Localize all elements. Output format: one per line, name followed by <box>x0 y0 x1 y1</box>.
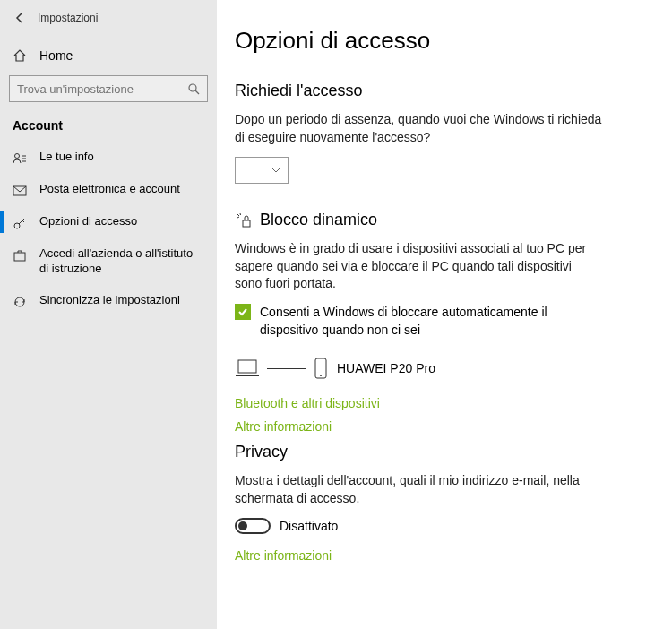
dynamic-lock-checkbox-row: Consenti a Windows di bloccare automatic… <box>235 304 645 339</box>
dynamic-lock-title: Blocco dinamico <box>235 211 645 229</box>
device-name: HUAWEI P20 Pro <box>337 361 435 375</box>
dynamic-lock-checkbox-label: Consenti a Windows di bloccare automatic… <box>260 304 591 339</box>
sidebar: Impostazioni Home Account Le tue info Po… <box>0 0 217 629</box>
nav-label: Posta elettronica e account <box>39 182 180 197</box>
search-icon <box>187 82 200 95</box>
briefcase-icon <box>13 248 27 263</box>
svg-rect-5 <box>243 220 250 227</box>
topbar: Impostazioni <box>0 0 217 30</box>
user-icon <box>13 151 27 166</box>
require-signin-title: Richiedi l'accesso <box>235 82 645 100</box>
chevron-down-icon <box>271 168 280 173</box>
svg-point-0 <box>189 84 196 91</box>
bluetooth-link[interactable]: Bluetooth e altri dispositivi <box>235 396 645 410</box>
page-title: Opzioni di accesso <box>235 27 645 55</box>
dynamic-lock-icon <box>235 211 253 229</box>
svg-point-8 <box>320 375 322 376</box>
dynamic-lock-text: Windows è in grado di usare i dispositiv… <box>235 240 602 293</box>
search-input[interactable] <box>17 82 187 96</box>
laptop-icon <box>235 358 260 378</box>
nav-label: Sincronizza le impostazioni <box>39 293 180 308</box>
require-signin-text: Dopo un periodo di assenza, quando vuoi … <box>235 111 602 146</box>
nav-label: Le tue info <box>39 150 94 165</box>
sidebar-item-work-school[interactable]: Accedi all'azienda o all'istituto di ist… <box>0 238 217 285</box>
home-icon <box>13 48 27 63</box>
privacy-toggle-row: Disattivato <box>235 518 645 534</box>
sidebar-item-sync[interactable]: Sincronizza le impostazioni <box>0 285 217 317</box>
dynamic-lock-checkbox[interactable] <box>235 304 251 320</box>
sidebar-item-email[interactable]: Posta elettronica e account <box>0 174 217 206</box>
privacy-toggle[interactable] <box>235 518 271 534</box>
svg-rect-4 <box>14 253 25 261</box>
device-link-line <box>267 368 306 369</box>
dynamic-lock-title-text: Blocco dinamico <box>260 211 377 229</box>
search-wrap <box>0 75 217 102</box>
key-icon <box>13 216 27 230</box>
require-signin-dropdown[interactable] <box>235 157 289 184</box>
nav-label: Accedi all'azienda o all'istituto di ist… <box>39 246 204 277</box>
svg-point-1 <box>15 154 20 159</box>
privacy-title: Privacy <box>235 443 645 461</box>
phone-icon <box>314 357 328 380</box>
back-button[interactable] <box>11 9 29 27</box>
mail-icon <box>13 184 27 198</box>
privacy-more-info-link[interactable]: Altre informazioni <box>235 548 645 563</box>
dynamic-more-info-link[interactable]: Altre informazioni <box>235 419 645 434</box>
nav-label: Opzioni di accesso <box>39 214 137 229</box>
privacy-toggle-label: Disattivato <box>280 519 338 533</box>
app-title: Impostazioni <box>38 12 98 24</box>
sidebar-item-signin-options[interactable]: Opzioni di accesso <box>0 206 217 238</box>
sidebar-item-your-info[interactable]: Le tue info <box>0 142 217 174</box>
search-box[interactable] <box>9 75 208 102</box>
device-row: HUAWEI P20 Pro <box>235 357 645 380</box>
svg-rect-6 <box>238 360 256 373</box>
sidebar-home[interactable]: Home <box>0 39 217 72</box>
privacy-text: Mostra i dettagli dell'account, quali il… <box>235 472 602 507</box>
sidebar-section-title: Account <box>0 102 217 142</box>
main-content: Opzioni di accesso Richiedi l'accesso Do… <box>217 0 672 629</box>
home-label: Home <box>39 48 73 63</box>
sync-icon <box>13 295 27 309</box>
